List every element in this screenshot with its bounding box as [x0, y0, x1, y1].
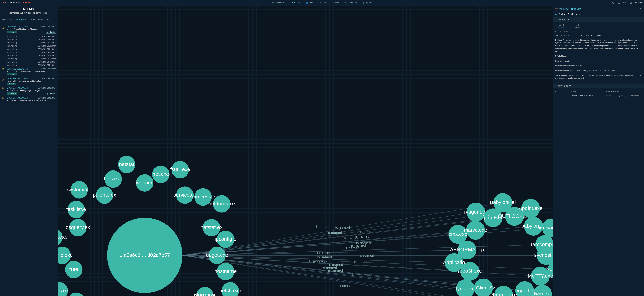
tactics-pill[interactable]: ▦ 2 Tactics — [46, 92, 56, 95]
graph-node[interactable] — [217, 231, 234, 248]
graph-node[interactable] — [172, 161, 189, 179]
graph-node[interactable] — [58, 282, 68, 296]
graph-node[interactable] — [176, 186, 194, 204]
nav-reports[interactable]: 🗐Reports — [362, 0, 373, 6]
back-arrow-icon[interactable]: ‹ — [2, 10, 2, 13]
tactics-pill[interactable]: ▦ 2 Tactics — [46, 31, 56, 34]
graph-node[interactable] — [460, 262, 479, 281]
graph-node[interactable] — [70, 181, 88, 199]
bullet-admin-like: user account with admin-like access — [555, 64, 642, 67]
attck-id-link[interactable]: TA0004⧉ — [555, 27, 565, 29]
sub-event-row[interactable]: Jasmine King09/05/2023 04:24:00 pm — [3, 48, 56, 51]
sub-event-row[interactable]: Jasmine King09/05/2023 04:42:00 pm — [3, 57, 56, 60]
indicator-item[interactable]: 40 NetWitness UEBA (Cloud) 09/05/2023 04… — [3, 96, 56, 103]
logo[interactable]: ✶ NETWITNESS Platform — [2, 1, 31, 4]
graph-edge-label: is named — [322, 266, 337, 270]
graph-node[interactable] — [474, 278, 493, 296]
graph-node[interactable] — [203, 219, 220, 236]
sub-event-row[interactable]: Jasmine King09/05/2023 04:54:00 pm — [3, 64, 56, 67]
graph-node[interactable] — [68, 292, 85, 296]
close-icon[interactable]: ✕ — [640, 8, 642, 10]
graph-node[interactable] — [152, 166, 170, 183]
chevron-down-icon: ▾ — [15, 31, 16, 33]
sub-event-row[interactable]: Jasmine King09/05/2023 04:36:00 pm — [3, 54, 56, 57]
graph-node[interactable] — [466, 221, 485, 239]
graph-node[interactable] — [136, 174, 154, 192]
graph-node[interactable] — [531, 267, 550, 285]
graph-node[interactable] — [58, 247, 71, 264]
graph-node[interactable] — [542, 219, 553, 237]
indicator-item[interactable]: 40 NetWitness UEBA (Cloud) 09/05/2023 04… — [3, 76, 56, 86]
graph-node[interactable] — [65, 261, 82, 278]
graph-node[interactable] — [222, 282, 239, 296]
timer-icon[interactable]: ⏱ — [612, 1, 614, 4]
graph-node[interactable] — [96, 186, 113, 204]
sub-event-date: 09/05/2023 04:48:00 pm — [38, 61, 56, 63]
indicator-item[interactable]: 40 NetWitness UEBA (Cloud) 09/05/2023 04… — [3, 67, 56, 76]
section-overview-header[interactable]: ⌄ OVERVIEW — [553, 17, 644, 22]
graph-node[interactable] — [494, 286, 513, 296]
nav-hosts[interactable]: 🖥Hosts — [319, 0, 328, 6]
sub-event-row[interactable]: Jasmine King09/05/2023 04:12:00 pm — [3, 41, 56, 44]
sub-event-row[interactable]: Jasmine King09/05/2023 04:30:00 pm — [3, 51, 56, 54]
graph-node[interactable] — [196, 287, 214, 296]
graph-node[interactable] — [208, 247, 226, 264]
events-pill[interactable]: 10 events ▾ — [6, 31, 17, 34]
graph-node[interactable] — [194, 188, 212, 206]
technique-name-pill[interactable]: Domain Policy Modification — [571, 94, 594, 97]
graph-center-node[interactable] — [107, 218, 182, 293]
graph-node[interactable] — [456, 279, 475, 296]
user-menu[interactable]: admin › — [635, 2, 642, 4]
jobs-icon[interactable]: 🗔 — [618, 1, 620, 4]
graph-node[interactable] — [533, 285, 552, 296]
nav-files[interactable]: 🗎Files — [332, 0, 340, 6]
graph-node[interactable] — [515, 281, 534, 296]
description-label: DESCRIPTION — [555, 31, 642, 33]
graph-node[interactable] — [213, 195, 230, 213]
sub-event-row[interactable]: Jasmine King09/05/2023 04:48:00 pm — [3, 60, 56, 64]
events-pill[interactable]: 1 events ▾ — [6, 83, 16, 85]
tactic-icon: ▦ — [555, 13, 557, 15]
tab-find-related[interactable]: FIND RELATED — [29, 17, 44, 24]
relation-graph[interactable]: is namedis namedis namedis namedis named… — [58, 6, 553, 296]
graph-node[interactable] — [118, 156, 136, 173]
nav-investigate[interactable]: ▭Investigate — [271, 0, 285, 6]
indicator-item[interactable]: 40 NetWitness UEBA (Cloud) 09/05/2023 04… — [3, 25, 56, 35]
score-badge: 40 — [2, 78, 4, 81]
graph-node[interactable] — [58, 229, 63, 246]
indicator-source-link[interactable]: NetWitness UEBA (Cloud) — [6, 97, 28, 99]
sub-event-row[interactable]: Jasmine King09/05/2023 04:18:00 pm — [3, 44, 56, 48]
graph-node[interactable] — [104, 170, 122, 188]
indicator-source-link[interactable]: NetWitness UEBA (Cloud) — [6, 68, 28, 70]
graph-node[interactable] — [505, 207, 524, 226]
graph-node[interactable] — [69, 219, 86, 236]
graph-node[interactable] — [466, 203, 485, 222]
indicator-source-link[interactable]: NetWitness UEBA (Cloud) — [6, 77, 28, 79]
screen-icon: ▭ — [272, 2, 274, 4]
nav-dashboard[interactable]: ⊞Dashboard — [344, 0, 358, 6]
chevron-down-icon[interactable]: ⌄ — [579, 13, 580, 15]
help-icon[interactable]: ?⃝ — [630, 1, 632, 4]
dashboard-icon: ⊞ — [345, 2, 346, 4]
indicator-source-link[interactable]: NetWitness UEBA (Cloud) — [6, 26, 28, 28]
graph-node[interactable] — [521, 199, 540, 218]
graph-node[interactable] — [524, 217, 543, 236]
indicator-source-link[interactable]: NetWitness UEBA (Cloud) — [6, 87, 28, 89]
nav-users[interactable]: 👥Users — [305, 0, 314, 6]
tab-history[interactable]: HISTORY — [44, 17, 58, 24]
graph-node[interactable] — [217, 263, 234, 280]
events-pill[interactable]: 30 events ▾ — [6, 73, 17, 75]
sub-event-row[interactable]: Jasmine King09/05/2023 04:00:00 pm — [3, 35, 56, 38]
tab-indicators[interactable]: INDICATORS (31) — [14, 17, 29, 24]
tools-icon[interactable]: ✕✕ — [623, 1, 627, 4]
edit-icon[interactable]: ✎ — [48, 12, 49, 14]
events-pill[interactable]: 20 events ▾ — [6, 92, 17, 95]
section-techniques-header[interactable]: ⌄ TECHNIQUES (1) — [553, 84, 644, 88]
tab-overview[interactable]: OVERVIEW — [0, 17, 14, 24]
nav-respond[interactable]: ⛉Respond — [289, 0, 301, 6]
indicator-item[interactable]: 40 NetWitness UEBA (Cloud) 09/05/2023 04… — [3, 86, 56, 96]
graph-node[interactable] — [68, 201, 85, 218]
sub-event-row[interactable]: Jasmine King09/05/2023 04:06:00 pm — [3, 38, 56, 41]
graph-node[interactable] — [448, 225, 467, 244]
technique-id-link[interactable]: T1484⧉ — [555, 95, 571, 97]
